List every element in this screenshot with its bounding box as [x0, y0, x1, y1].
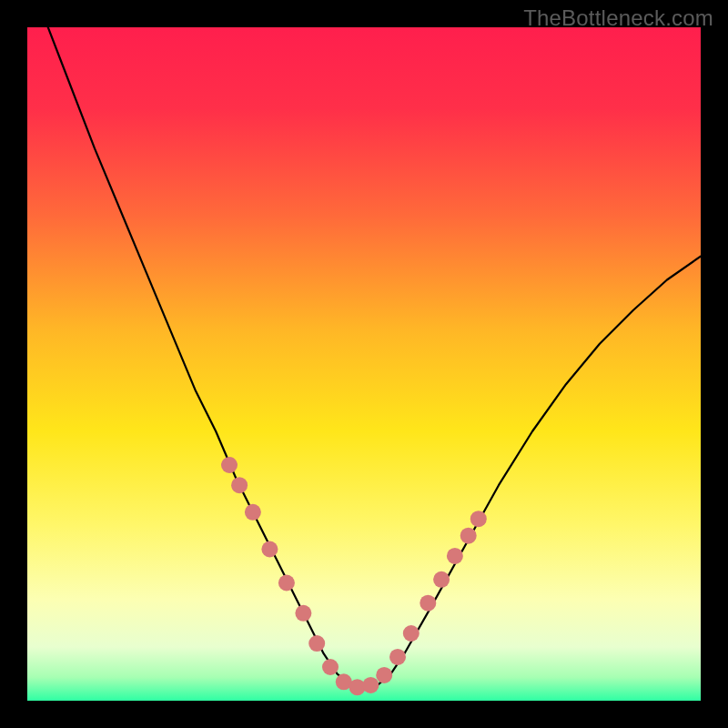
- highlight-dot: [295, 605, 311, 622]
- highlight-dot: [389, 649, 406, 665]
- highlight-dot: [261, 541, 278, 558]
- highlight-dot: [376, 667, 392, 683]
- highlight-dot: [447, 548, 463, 564]
- highlight-dot: [420, 595, 436, 612]
- highlight-dot: [362, 677, 379, 693]
- highlight-dot: [278, 575, 295, 592]
- chart-stage: TheBottleneck.com: [0, 0, 728, 728]
- highlight-dot: [221, 457, 238, 473]
- highlight-dot: [245, 504, 261, 521]
- highlight-dot: [403, 625, 420, 642]
- plot-area: [27, 27, 701, 701]
- gradient-background: [27, 27, 701, 701]
- bottleneck-chart: [27, 27, 701, 701]
- highlight-dot: [308, 635, 325, 652]
- highlight-dot: [231, 477, 248, 493]
- highlight-dot: [433, 571, 450, 588]
- highlight-dot: [460, 528, 477, 544]
- highlight-dot: [470, 511, 487, 527]
- highlight-dot: [322, 659, 339, 675]
